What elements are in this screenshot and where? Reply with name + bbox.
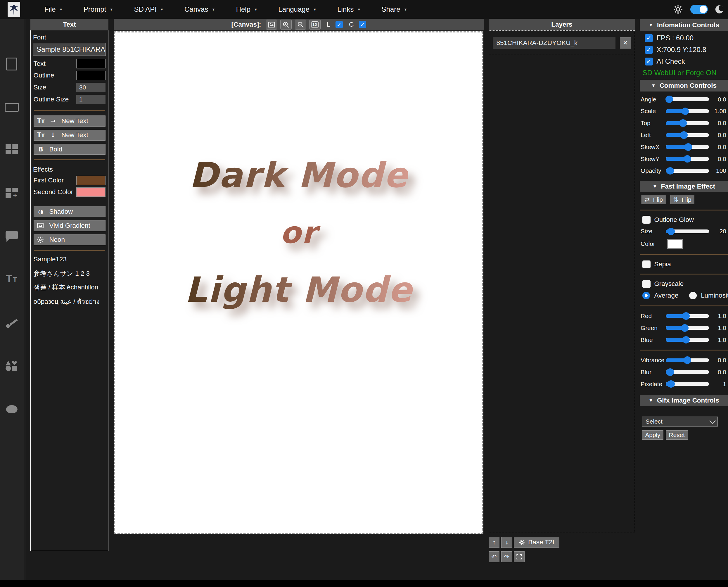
slider-thumb[interactable] [666,167,674,175]
menu-sd-api[interactable]: SD API▾ [134,5,163,14]
landscape-canvas-icon[interactable] [5,103,19,112]
zoom-1x-button[interactable]: 1X [309,20,320,29]
text-tool-icon[interactable]: TT [6,273,18,284]
apply-button[interactable]: Apply [642,430,663,440]
settings-gear-icon[interactable] [673,5,683,14]
layer-name-input[interactable]: 851CHIKARA-DZUYOKU_k [493,37,615,49]
top-slider[interactable] [666,121,709,125]
information-controls-header[interactable]: ▼Infomation Controls [640,19,728,31]
font-sample-lines: Sample123 参考さんサン 1 2 3 샘플 / 样本 échantill… [33,256,106,305]
divider [34,250,105,251]
fullscreen-button[interactable] [514,551,525,562]
red-slider[interactable] [666,314,709,318]
coords-checkbox[interactable]: ✓ [645,46,653,54]
slider-thumb[interactable] [682,312,690,320]
shapes-icon[interactable] [6,360,18,371]
reset-button[interactable]: Reset [666,430,688,440]
menu-canvas[interactable]: Canvas▾ [185,5,215,14]
zoom-out-button[interactable] [295,20,306,29]
main-menu: File▾ Prompt▾ SD API▾ Canvas▾ Help▾ Lang… [44,5,407,14]
text-color-swatch[interactable] [76,59,105,68]
menu-file[interactable]: File▾ [44,5,62,14]
skewy-slider[interactable] [666,157,709,161]
slider-thumb[interactable] [684,155,691,163]
new-text-down-button[interactable]: Tᴛ ↓ New Text [33,130,105,141]
c-checkbox[interactable]: ✓ [359,21,366,28]
ai-check-checkbox[interactable]: ✓ [645,57,653,66]
base-t2i-button[interactable]: Base T2I [514,537,559,548]
neon-button[interactable]: Neon [33,234,105,245]
first-color-swatch[interactable] [76,176,105,185]
outline-glow-checkbox[interactable] [642,216,650,224]
bold-button[interactable]: B Bold [33,144,105,155]
vibrance-slider[interactable] [666,358,709,362]
angle-slider[interactable] [666,97,709,101]
luminosity-radio[interactable] [689,292,697,299]
glow-color-swatch[interactable] [667,239,683,249]
outline-color-swatch[interactable] [76,71,105,80]
slider-thumb[interactable] [680,131,688,139]
add-grid-icon[interactable]: + [6,188,18,198]
scale-slider[interactable] [666,109,709,113]
blur-slider[interactable] [666,370,709,374]
grayscale-checkbox[interactable] [642,280,650,288]
flip-horizontal-button[interactable]: ⇄Flip [641,195,666,204]
font-select[interactable]: Sample 851CHIKARA-D [33,43,106,56]
info-icon[interactable]: i [6,405,17,414]
green-slider[interactable] [666,326,709,330]
layer-row[interactable]: 851CHIKARA-DZUYOKU_k × [489,31,635,55]
vivid-gradient-button[interactable]: Vivid Gradient [33,220,105,231]
skewx-slider[interactable] [666,145,709,149]
gear-icon [519,539,525,545]
outline-size-input[interactable]: 1 [76,95,105,104]
slider-thumb[interactable] [667,380,675,388]
left-slider[interactable] [666,133,709,137]
export-image-button[interactable] [266,20,277,29]
pixelate-slider[interactable] [666,382,709,386]
delete-layer-button[interactable]: × [620,37,631,48]
drawing-canvas[interactable]: Dark Mode or Light Mode [114,31,483,534]
second-color-swatch[interactable] [76,187,105,197]
glow-size-slider[interactable] [666,230,709,233]
fast-image-effect-header[interactable]: ▼Fast Image Effect [640,181,728,192]
undo-button[interactable]: ↶ [489,551,500,562]
paintbrush-icon[interactable] [5,318,18,329]
average-radio[interactable] [642,292,650,299]
menu-share[interactable]: Share▾ [381,5,407,14]
menu-prompt[interactable]: Prompt▾ [83,5,113,14]
dark-mode-toggle[interactable] [690,5,708,14]
move-layer-up-button[interactable]: ↑ [489,537,500,548]
slider-thumb[interactable] [684,356,691,364]
slider-thumb[interactable] [684,143,692,151]
zoom-in-button[interactable] [280,20,291,29]
menu-language[interactable]: Language▾ [278,5,316,14]
slider-thumb[interactable] [682,336,690,344]
common-controls-header[interactable]: ▼Common Controls [640,80,728,92]
move-layer-down-button[interactable]: ↓ [501,537,512,548]
chat-bubble-icon[interactable] [6,231,18,239]
flip-vertical-button[interactable]: ⇅Flip [670,195,695,204]
fps-checkbox[interactable]: ✓ [645,34,653,42]
slider-thumb[interactable] [666,368,674,376]
slider-thumb[interactable] [682,108,689,115]
shadow-button[interactable]: ◑ Shadow [33,206,105,217]
sepia-checkbox[interactable] [642,260,650,268]
size-input[interactable]: 30 [76,83,105,92]
slider-thumb[interactable] [667,228,675,235]
opacity-slider[interactable] [666,169,709,173]
redo-button[interactable]: ↷ [501,551,512,562]
c-checkbox-label: C [349,21,354,28]
slider-thumb[interactable] [679,119,687,127]
slider-thumb[interactable] [665,96,673,103]
new-text-right-button[interactable]: Tᴛ → New Text [33,115,105,126]
portrait-canvas-icon[interactable] [6,57,17,70]
slider-thumb[interactable] [681,324,688,332]
glfx-select[interactable]: Select [642,417,718,426]
l-checkbox[interactable]: ✓ [336,21,343,28]
layout-grid-icon[interactable] [6,144,18,154]
glfx-image-controls-header[interactable]: ▼Glfx Image Controls [640,395,728,406]
menu-help[interactable]: Help▾ [236,5,257,14]
check-icon: ✓ [646,58,651,65]
menu-links[interactable]: Links▾ [337,5,360,14]
blue-slider[interactable] [666,338,709,342]
